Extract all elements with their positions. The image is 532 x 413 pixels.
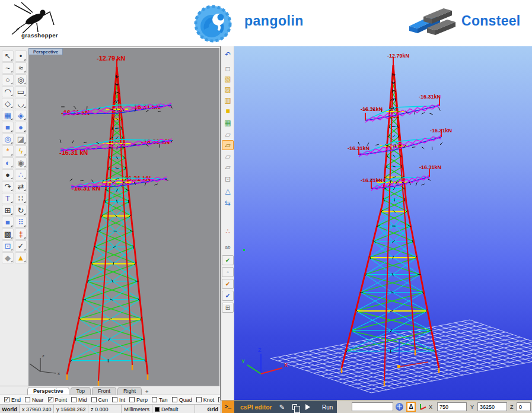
consteel-tool-view-shaded-icon[interactable]: ▥ — [222, 95, 234, 105]
rhino-tool-point-icon[interactable]: • — [15, 50, 27, 62]
rhino-tool-conic-icon[interactable]: ◡ — [15, 98, 27, 109]
consteel-tool-view-cube-icon[interactable]: □ — [222, 63, 234, 74]
consteel-tool-confirm-gray-icon[interactable]: ▫ — [222, 267, 234, 277]
osnap-knot-checkbox[interactable] — [196, 397, 202, 402]
rhino-tool-curve-icon[interactable]: ≈ — [15, 62, 27, 74]
copy-script-icon[interactable] — [292, 404, 297, 410]
rhino-tool-check-icon[interactable]: ✓ — [15, 240, 27, 252]
rhino-tool-circle-icon[interactable]: ○ — [2, 74, 14, 85]
osnap-quad-checkbox[interactable] — [172, 397, 177, 402]
rhino-tool-cylinder-icon[interactable]: ◎ — [2, 134, 14, 145]
consteel-tool-views-icon[interactable]: △ — [222, 186, 234, 196]
viewport-tab-front[interactable]: Front — [92, 387, 116, 395]
rhino-tool-ellipse-icon[interactable]: ◎ — [15, 74, 27, 85]
consteel-tool-grid-settings-icon[interactable]: ▦ — [222, 117, 234, 128]
osnap-perp[interactable]: Perp — [129, 397, 148, 403]
rhino-tool-sphere-icon[interactable]: ● — [15, 122, 27, 133]
osnap-end-checkbox[interactable] — [4, 397, 9, 402]
rhino-tool-polygon-icon[interactable]: ◇ — [2, 98, 14, 109]
rhino-tool-mesh-tools-icon[interactable]: ◆ — [2, 252, 14, 263]
rhino-tool-rectangle-icon[interactable]: ▭ — [15, 86, 27, 97]
delta-coordinates-button[interactable]: Δ — [406, 402, 416, 412]
rhino-tool-section-icon[interactable]: ‡ — [15, 228, 27, 240]
rhino-tool-surface-grid-icon[interactable]: ▦ — [2, 110, 14, 121]
z-coord-input[interactable] — [517, 402, 531, 411]
osnap-tan[interactable]: Tan — [152, 397, 168, 403]
units-button[interactable]: Millimeters — [122, 405, 152, 413]
viewport-tab-perspective[interactable]: Perspective — [27, 387, 69, 395]
osnap-near-checkbox[interactable] — [25, 397, 30, 402]
rhino-tool-select-icon[interactable]: ↖ — [2, 50, 14, 62]
consteel-tool-portion-selected-icon[interactable]: ▱ — [222, 140, 234, 150]
rhino-tool-notes-icon[interactable]: ⊡ — [2, 240, 14, 252]
command-input[interactable] — [352, 402, 393, 411]
consteel-tool-view-solid-icon[interactable]: ■ — [222, 106, 234, 116]
consteel-tool-portion-3-icon[interactable]: ▱ — [222, 162, 234, 172]
osnap-int[interactable]: Int — [112, 397, 125, 403]
viewport-tab-right[interactable]: Right — [117, 387, 142, 395]
consteel-tool-confirm-orange-icon[interactable]: ✔ — [222, 279, 234, 289]
osnap-point[interactable]: Point — [48, 397, 68, 403]
osnap-end[interactable]: End — [4, 397, 21, 403]
consteel-tool-rename-icon[interactable]: ab — [222, 242, 234, 252]
rhino-tool-arc-icon[interactable]: ◠ — [2, 86, 14, 97]
osnap-quad[interactable]: Quad — [172, 397, 192, 403]
play-script-icon[interactable] — [305, 404, 310, 410]
rhino-perspective-viewport[interactable]: Perspective -12.79 kN-16.31 kN-16.31 kN-… — [28, 48, 219, 386]
viewport-tab-top[interactable]: Top — [71, 387, 91, 395]
rhino-tool-point-cloud-icon[interactable]: ∴ — [15, 169, 27, 180]
osnap-cen-checkbox[interactable] — [91, 397, 97, 402]
add-viewport-tab-icon[interactable]: + — [145, 389, 148, 395]
rhino-tool-fillet-curve-icon[interactable]: ↷ — [2, 181, 14, 192]
rhino-tool-polyline-icon[interactable]: ~ — [2, 62, 14, 74]
rhino-tool-rotate-icon[interactable]: ↻ — [15, 205, 27, 216]
rhino-tool-explode-icon[interactable]: * — [2, 145, 14, 157]
rhino-tool-offset-icon[interactable]: ⇄ — [15, 181, 27, 192]
osnap-mid-checkbox[interactable] — [71, 397, 77, 402]
x-coord-input[interactable] — [437, 402, 467, 411]
rhino-tool-text-icon[interactable]: T — [2, 193, 14, 204]
consteel-tool-mirror-icon[interactable]: ⇆ — [222, 198, 234, 208]
consteel-tool-confirm-green-icon[interactable]: ✔ — [222, 255, 234, 265]
edit-script-icon[interactable]: ✎ — [279, 404, 285, 411]
consteel-tool-view-wireframe-icon[interactable]: ▧ — [222, 74, 234, 84]
rhino-tool-solid-tools-icon[interactable]: ■ — [2, 217, 14, 228]
consteel-tool-numbering-icon[interactable]: ⊞ — [222, 303, 234, 313]
viewport-title-tab[interactable]: Perspective — [28, 48, 63, 55]
consteel-tool-portion-new-icon[interactable]: ⊡ — [222, 174, 234, 184]
osnap-perp-checkbox[interactable] — [129, 397, 135, 402]
osnap-near[interactable]: Near — [25, 397, 44, 403]
consteel-tool-confirm-blue-icon[interactable]: ✔ — [222, 291, 234, 301]
consteel-tool-undo-icon[interactable]: ↶ — [222, 49, 234, 59]
rhino-tool-array-grid-icon[interactable]: ▩ — [2, 228, 14, 240]
osnap-int-checkbox[interactable] — [112, 397, 117, 402]
global-coordinates-icon[interactable] — [396, 403, 403, 411]
rhino-tool-fillet-icon[interactable]: ϟ — [15, 145, 27, 157]
consteel-tool-select-nodes-icon[interactable]: ∴ — [222, 226, 234, 236]
grid-toggle[interactable]: Grid — [195, 405, 220, 413]
osnap-knot[interactable]: Knot — [196, 397, 215, 403]
rhino-tool-surface-corner-icon[interactable]: ◈ — [15, 110, 27, 121]
consteel-tool-view-hidden-line-icon[interactable]: ▨ — [222, 84, 234, 94]
rhino-tool-curve-boolean-icon[interactable]: ● — [2, 169, 14, 180]
local-axis-icon[interactable] — [419, 403, 426, 411]
osnap-tan-checkbox[interactable] — [152, 397, 157, 402]
layer-button[interactable]: Default — [152, 405, 195, 413]
rhino-tool-array-icon[interactable]: ⠿ — [15, 217, 27, 228]
run-button[interactable]: Run — [322, 404, 333, 411]
cplane-button[interactable]: World — [0, 405, 20, 413]
rhino-tool-group-icon[interactable]: ⊞ — [2, 205, 14, 216]
terminal-prompt-icon[interactable]: >_ — [222, 401, 234, 413]
consteel-tool-portion-2-icon[interactable]: ▱ — [222, 151, 234, 161]
consteel-3d-viewport[interactable]: ZYX -12.79kN-16.31kN-16.31kN-16.31kN-16.… — [234, 46, 532, 400]
osnap-mid[interactable]: Mid — [71, 397, 87, 403]
rhino-tool-draft-icon[interactable]: ▲ — [15, 252, 27, 263]
consteel-tool-portion-1-icon[interactable]: ▱ — [222, 129, 234, 139]
osnap-point-checkbox[interactable] — [48, 397, 53, 402]
rhino-tool-edit-points-icon[interactable]: ∷ — [15, 193, 27, 204]
osnap-cen[interactable]: Cen — [91, 397, 109, 403]
rhino-tool-box-icon[interactable]: ■ — [2, 122, 14, 133]
y-coord-input[interactable] — [477, 402, 507, 411]
rhino-tool-blend-icon[interactable]: ◉ — [15, 157, 27, 169]
rhino-tool-boolean-icon[interactable]: ◐ — [2, 157, 14, 169]
